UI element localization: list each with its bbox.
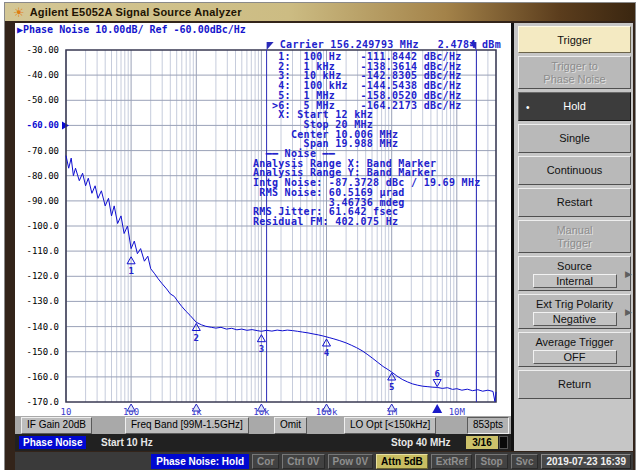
trace-name-chip[interactable]: Phase Noise bbox=[19, 436, 86, 449]
softkey-value: OFF bbox=[533, 350, 617, 364]
title-bar: ☀ Agilent E5052A Signal Source Analyzer bbox=[5, 3, 635, 21]
softkey-menu: TriggerTrigger to Phase NoiseHold•Single… bbox=[518, 26, 631, 399]
softkey-label: Source bbox=[557, 260, 592, 273]
softkey-sidebar: TriggerTrigger to Phase NoiseHold•Single… bbox=[511, 23, 633, 451]
y-axis-label: -140.0 bbox=[26, 322, 59, 332]
y-axis-label: -150.0 bbox=[26, 347, 59, 357]
y-axis-label: -110.0 bbox=[26, 246, 59, 256]
svg-text:2: 2 bbox=[194, 333, 199, 343]
svg-text:4: 4 bbox=[324, 348, 330, 358]
trace-scale-text: Phase Noise 10.00dB/ Ref -60.00dBc/Hz bbox=[23, 24, 246, 35]
sweep-start-label: Start 10 Hz bbox=[101, 436, 153, 449]
status-meas-status: Phase Noise: Hold bbox=[151, 454, 249, 469]
softkey-manual-trigger: Manual Trigger bbox=[518, 220, 631, 253]
submenu-arrow-icon: ▶ bbox=[625, 269, 632, 279]
status-attn: Attn 5dB bbox=[376, 454, 428, 469]
softkey-source[interactable]: SourceInternal▶ bbox=[518, 256, 631, 291]
y-axis-label: -70.00 bbox=[26, 146, 59, 156]
if-gain-button[interactable]: IF Gain 20dB bbox=[21, 417, 92, 434]
window-title: Agilent E5052A Signal Source Analyzer bbox=[30, 6, 242, 18]
svg-text:5: 5 bbox=[389, 382, 394, 392]
status-cor: Cor bbox=[252, 454, 279, 469]
softkey-hold[interactable]: Hold• bbox=[518, 92, 631, 121]
carrier-readout: Carrier 156.249793 MHz 2.4784 dBm bbox=[280, 39, 501, 50]
content-area: -30.00-40.00-50.00-60.00-70.00-80.00-90.… bbox=[5, 21, 635, 470]
y-axis-label: -120.0 bbox=[26, 271, 59, 281]
y-axis-label: -60.00 bbox=[26, 120, 59, 130]
measurement-screen: -30.00-40.00-50.00-60.00-70.00-80.00-90.… bbox=[15, 23, 511, 451]
softkey-return[interactable]: Return bbox=[518, 370, 631, 399]
marker-readout-block: 1: 100 Hz -111.8442 dBc/Hz 2: 1 kHz -138… bbox=[253, 52, 481, 227]
status-datetime: 2019-07-23 16:39 bbox=[541, 454, 631, 469]
measurement-toolbar: IF Gain 20dBFreq Band [99M-1.5GHz]OmitLO… bbox=[15, 416, 511, 434]
status-stop: Stop bbox=[475, 454, 507, 469]
instrument-window: ☀ Agilent E5052A Signal Source Analyzer … bbox=[4, 2, 636, 470]
softkey-value: Negative bbox=[533, 312, 617, 326]
freq-band-button[interactable]: Freq Band [99M-1.5GHz] bbox=[125, 417, 249, 434]
sun-icon: ☀ bbox=[13, 6, 25, 19]
softkey-value: Internal bbox=[533, 274, 617, 288]
softkey-menu-title: Trigger bbox=[518, 26, 631, 53]
status-pow: Pow 0V bbox=[328, 454, 374, 469]
status-svc: Svc bbox=[511, 454, 539, 469]
instrument-status-bar: Phase Noise: HoldCorCtrl 0VPow 0VAttn 5d… bbox=[15, 452, 633, 470]
softkey-average-trigger[interactable]: Average TriggerOFF bbox=[518, 332, 631, 367]
y-axis-label: -130.0 bbox=[26, 296, 59, 306]
band-start-flag-icon bbox=[267, 42, 274, 50]
lo-opt-button[interactable]: LO Opt [<150kHz] bbox=[344, 417, 436, 434]
screen-capture: ☀ Agilent E5052A Signal Source Analyzer … bbox=[0, 0, 638, 476]
softkey-continuous[interactable]: Continuous bbox=[518, 156, 631, 185]
softkey-label: Average Trigger bbox=[535, 336, 613, 349]
x-axis-label: 10M bbox=[449, 407, 466, 416]
trace-bar-indicator bbox=[499, 436, 508, 449]
sweep-stop-label: Stop 40 MHz bbox=[391, 436, 450, 449]
svg-text:1: 1 bbox=[128, 266, 133, 276]
y-axis-label: -90.00 bbox=[26, 196, 59, 206]
x-axis-label: 10 bbox=[61, 407, 72, 416]
submenu-arrow-icon: ▶ bbox=[625, 307, 632, 317]
svg-text:3: 3 bbox=[259, 344, 264, 354]
softkey-single[interactable]: Single bbox=[518, 124, 631, 153]
y-axis-label: -100.0 bbox=[26, 221, 59, 231]
trace-scale-line: ▶Phase Noise 10.00dB/ Ref -60.00dBc/Hz bbox=[17, 24, 246, 35]
axis-marker-6-icon bbox=[432, 404, 442, 413]
y-axis-label: -160.0 bbox=[26, 372, 59, 382]
status-extref: ExtRef bbox=[431, 454, 473, 469]
y-axis-label: -80.00 bbox=[26, 171, 59, 181]
points-button[interactable]: 853pts bbox=[467, 417, 509, 434]
y-axis-label: -40.00 bbox=[26, 70, 59, 80]
active-softkey-bullet-icon: • bbox=[526, 100, 530, 113]
softkey-restart[interactable]: Restart bbox=[518, 188, 631, 217]
y-axis-label: -170.0 bbox=[26, 397, 59, 407]
softkey-label: Ext Trig Polarity bbox=[536, 298, 613, 311]
softkey-page-indicator: 3/16 bbox=[466, 436, 498, 449]
readout-line: Residual FM: 402.075 Hz bbox=[253, 217, 481, 227]
softkey-ext-trig-polarity[interactable]: Ext Trig PolarityNegative▶ bbox=[518, 294, 631, 329]
y-axis-label: -50.00 bbox=[26, 95, 59, 105]
svg-text:6: 6 bbox=[434, 369, 439, 379]
y-axis-label: -30.00 bbox=[26, 45, 59, 55]
omit-button[interactable]: Omit bbox=[274, 417, 307, 434]
trace-status-bar: Phase Noise Start 10 Hz Stop 40 MHz 3/16 bbox=[15, 434, 511, 451]
status-ctrl: Ctrl 0V bbox=[282, 454, 324, 469]
softkey-trigger-to-phase-noise: Trigger to Phase Noise bbox=[518, 56, 631, 89]
